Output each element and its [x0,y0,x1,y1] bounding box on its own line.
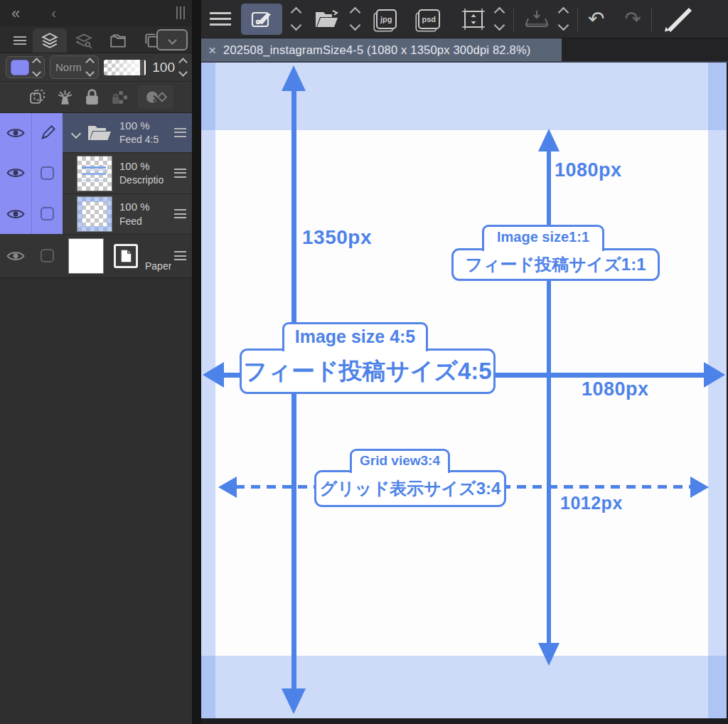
callout-body-text: フィード投稿サイズ1:1 [465,253,646,276]
export-psd-button[interactable]: psd [418,9,441,29]
tab-layer-folder[interactable] [101,28,135,53]
layer-checkbox[interactable] [31,152,63,193]
blend-mode-spinner[interactable] [87,59,93,75]
back-icon[interactable]: ‹ [51,5,56,21]
callout-body-text: グリッド表示サイズ3:4 [320,477,501,500]
close-tab-icon[interactable]: × [208,43,216,57]
open-file-button[interactable] [314,9,341,29]
layer-row-feed-4-5[interactable]: 100 % Feed 4:5 [0,113,192,152]
panel-grip-icon[interactable] [176,6,186,19]
document-tab[interactable]: × 202508_instagramSize4-5 (1080 x 1350px… [201,38,562,61]
arrowhead-left-icon [218,477,237,498]
callout-tab-square: Image size1:1 [482,225,604,251]
callout-tab-text: Image size1:1 [497,229,589,245]
document-title: 202508_instagramSize4-5 (1080 x 1350px 3… [223,43,530,57]
panel-top-bar: « ‹ [0,0,192,26]
canvas-document[interactable]: 1350px 1080px 1080px 1012px Image size1:… [201,63,727,718]
blend-mode-select[interactable]: Norm [50,55,99,79]
callout-tab-feed: Image size 4:5 [282,322,428,351]
callout-tab-grid: Grid view3:4 [350,449,450,473]
document-tab-bar: × 202508_instagramSize4-5 (1080 x 1350px… [201,38,728,63]
lock-transparent-pixels-icon[interactable] [110,88,128,106]
layer-name[interactable]: Descriptio [119,174,164,187]
layer-checkbox[interactable] [31,193,63,234]
folder-expand-chevron[interactable] [71,128,81,138]
pen-tool-icon[interactable] [662,6,693,32]
redo-button[interactable]: ↷ [625,9,641,29]
reference-layer-icon[interactable] [56,88,74,106]
layer-checkbox[interactable] [31,234,63,277]
eye-icon [6,127,25,139]
layer-opacity: 100 % [119,119,159,133]
canvas-settings-button[interactable] [241,4,282,35]
undo-button[interactable]: ↶ [588,9,604,29]
layer-visibility-toggle[interactable] [0,152,31,193]
folder-icon [87,123,112,143]
main-menu-button[interactable] [210,12,231,26]
main-toolbar: jpg psd ↶ ↷ [201,0,728,38]
callout-body-grid: グリッド表示サイズ3:4 [314,470,506,507]
checkbox-icon [41,249,54,262]
palette-menu-icon[interactable] [7,28,33,53]
layer-name[interactable]: Feed 4:5 [119,133,159,147]
layer-row-description[interactable]: 100 % Descriptio [0,152,192,193]
callout-tab-text: Grid view3:4 [360,453,440,469]
layer-thumbnail[interactable] [77,196,112,232]
label-canvas-width: 1080px [582,378,649,400]
tab-layer-search[interactable] [67,28,101,53]
enable-mask-icon[interactable] [138,85,173,109]
layer-menu-icon[interactable] [174,209,186,218]
opacity-spinner[interactable] [180,59,186,75]
callout-body-text: フィード投稿サイズ4:5 [243,356,491,388]
layer-color-spinner[interactable] [33,59,40,75]
crop-band-top [201,63,727,130]
panel-divider[interactable] [192,0,201,724]
export-jpg-button[interactable]: jpg [376,9,397,29]
layer-visibility-toggle[interactable] [0,113,31,152]
canvas-pane: jpg psd ↶ ↷ [201,0,728,724]
layer-name[interactable]: Feed [119,215,150,228]
layer-thumbnail[interactable] [68,238,104,274]
paper-layer-icon [114,244,138,268]
change-canvas-size-button[interactable] [461,8,486,31]
save-button[interactable] [524,9,550,30]
save-spinner[interactable] [560,9,567,29]
layer-menu-icon[interactable] [174,128,186,137]
eye-icon [6,250,25,262]
arrowhead-left-icon [203,362,224,388]
app-window: « ‹ [0,0,728,724]
opacity-slider[interactable] [104,60,146,75]
layer-color-button[interactable] [6,56,45,78]
palette-dropdown-button[interactable] [156,29,188,50]
pencil-icon [40,125,55,141]
lock-layer-icon[interactable] [84,88,100,106]
layer-visibility-toggle[interactable] [0,234,31,277]
layer-menu-icon[interactable] [174,169,186,178]
layer-opacity: 100 % [119,159,164,174]
layer-color-swatch [11,60,29,75]
callout-body-square: フィード投稿サイズ1:1 [451,248,660,281]
callout-body-feed: フィード投稿サイズ4:5 [240,348,496,394]
canvas-size-spinner[interactable] [496,9,503,29]
layer-list: 100 % Feed 4:5 100 % [0,113,192,277]
opacity-slider-handle[interactable] [140,60,144,75]
label-square-height: 1080px [555,159,622,181]
label-canvas-height: 1350px [302,226,372,249]
clip-to-layer-below-icon[interactable] [28,88,46,106]
layer-row-paper[interactable]: Paper [0,234,192,277]
layer-name[interactable]: Paper [145,260,171,273]
layer-row-feed[interactable]: 100 % Feed [0,193,192,234]
collapse-panel-icon[interactable]: « [11,4,20,23]
layer-visibility-toggle[interactable] [0,193,31,234]
layer-properties-row: Norm 100 [0,53,192,82]
crop-band-bottom [201,656,727,718]
arrow-square-height [547,149,551,644]
canvas-settings-spinner[interactable] [292,9,300,29]
layer-search-icon [75,31,93,50]
arrowhead-right-icon [704,362,725,388]
layer-thumbnail[interactable] [77,156,112,191]
open-file-spinner[interactable] [351,9,359,29]
layer-menu-icon[interactable] [174,251,186,260]
layer-edit-target[interactable] [31,113,63,152]
tab-layers[interactable] [33,28,67,53]
